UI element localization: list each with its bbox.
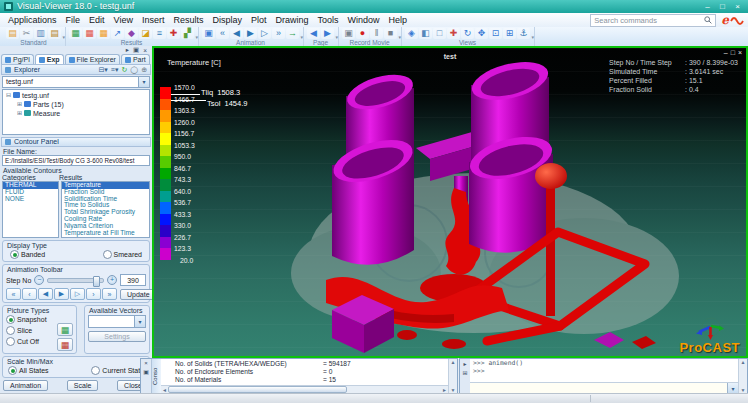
tree-expander-icon[interactable]: ⊟: [6, 91, 11, 100]
close-button[interactable]: ×: [731, 2, 744, 12]
picture-type-radio[interactable]: Cut Off: [6, 337, 47, 346]
step-slider[interactable]: [47, 278, 104, 283]
smooth-contour-icon[interactable]: ▦: [97, 28, 110, 39]
first-step-button[interactable]: «: [6, 288, 21, 300]
slice-tool-button[interactable]: ▦: [57, 323, 73, 336]
play-icon[interactable]: ▶: [244, 28, 257, 39]
zoom-area-icon[interactable]: ⊡: [489, 28, 502, 39]
last-step-button[interactable]: »: [102, 288, 117, 300]
menu-item[interactable]: File: [66, 15, 81, 25]
viewport-restore-icon[interactable]: □: [731, 49, 735, 56]
pin-panel-icon[interactable]: ▸: [126, 46, 129, 54]
sort-columns-icon[interactable]: ≡▾: [111, 66, 119, 74]
animation-button[interactable]: Animation: [3, 380, 48, 391]
picture-type-radio[interactable]: Snapshot: [6, 315, 47, 324]
close-console-icon[interactable]: ×: [144, 360, 148, 366]
chevron-down-icon[interactable]: ▾: [134, 316, 145, 327]
banded-contour-icon[interactable]: ▦: [83, 28, 96, 39]
step-back-icon[interactable]: ◀: [230, 28, 243, 39]
minimize-button[interactable]: –: [701, 2, 714, 12]
tree-node-measure[interactable]: ⊞Measure: [3, 109, 149, 118]
menu-item[interactable]: Tools: [318, 15, 339, 25]
tree-node-parts[interactable]: ⊞Parts (15): [3, 100, 149, 109]
stop-icon[interactable]: ■: [384, 28, 397, 39]
open-icon[interactable]: ▤: [6, 28, 19, 39]
update-button[interactable]: Update: [120, 289, 153, 300]
iso-view-icon[interactable]: ◈: [405, 28, 418, 39]
horizontal-scrollbar[interactable]: ◄ ►: [161, 385, 448, 393]
picture-type-radio[interactable]: Slice: [6, 326, 47, 335]
chevron-down-icon[interactable]: ▾: [138, 77, 149, 87]
compare-icon[interactable]: ◯: [130, 66, 138, 74]
group-overflow-icon[interactable]: ▾: [195, 34, 198, 40]
menu-item[interactable]: Help: [389, 15, 408, 25]
jump-forward-button[interactable]: ›: [86, 288, 101, 300]
tab-exp[interactable]: Exp: [35, 54, 64, 64]
model-file-combobox[interactable]: testg.unf ▾: [2, 76, 150, 88]
record-icon[interactable]: ●: [356, 28, 369, 39]
viewport[interactable]: test – □ × Step No / Time Step: 390 / 8.…: [152, 46, 748, 358]
play-button[interactable]: ▶: [54, 288, 69, 300]
cut-icon[interactable]: ✂: [20, 28, 33, 39]
command-input[interactable]: ▾: [470, 382, 738, 393]
group-overflow-icon[interactable]: ▾: [335, 34, 338, 40]
xy-plot-icon[interactable]: ▞: [181, 28, 194, 39]
menu-item[interactable]: Edit: [89, 15, 105, 25]
viewport-close-icon[interactable]: ×: [738, 49, 742, 56]
close-panel-icon[interactable]: ×: [143, 47, 147, 54]
step-plus-button[interactable]: +: [107, 275, 117, 285]
menu-item[interactable]: Insert: [142, 15, 165, 25]
scale-minmax-radio[interactable]: Current State: [91, 366, 144, 375]
tab-pg-pl[interactable]: Pg/Pl: [1, 54, 34, 64]
probe-icon[interactable]: ✚: [167, 28, 180, 39]
fit-view-icon[interactable]: ⊞: [503, 28, 516, 39]
axis-triad-icon[interactable]: ✚: [447, 28, 460, 39]
refresh-icon[interactable]: ↻: [121, 66, 127, 74]
iso-surface-icon[interactable]: ◆: [125, 28, 138, 39]
camera-icon[interactable]: ▣: [342, 28, 355, 39]
animation-panel-icon[interactable]: ▣: [202, 28, 215, 39]
export-animation-icon[interactable]: →: [286, 28, 299, 39]
next-page-icon[interactable]: ▶: [321, 28, 334, 39]
filter-tree-icon[interactable]: ⊟▾: [98, 66, 107, 74]
cutoff-tool-button[interactable]: ▦: [57, 338, 73, 351]
load-contour-icon[interactable]: ▦: [69, 28, 82, 39]
tab-file-explorer[interactable]: File Explorer: [65, 54, 120, 64]
wireframe-view-icon[interactable]: □: [433, 28, 446, 39]
scroll-up-icon[interactable]: ▲: [741, 359, 746, 365]
first-frame-icon[interactable]: «: [216, 28, 229, 39]
result-item[interactable]: Temperature at Fill Time: [62, 230, 149, 237]
copy-icon[interactable]: ▥: [34, 28, 47, 39]
group-overflow-icon[interactable]: ▾: [300, 34, 303, 40]
step-back-button[interactable]: ◀: [38, 288, 53, 300]
paste-icon[interactable]: ▤: [48, 28, 61, 39]
chevron-down-icon[interactable]: ▾: [727, 383, 738, 393]
step-forward-icon[interactable]: ▷: [258, 28, 271, 39]
vector-plot-icon[interactable]: ↗: [111, 28, 124, 39]
tree-expander-icon[interactable]: ⊞: [17, 109, 22, 118]
rotate-view-icon[interactable]: ↻: [461, 28, 474, 39]
menu-item[interactable]: Results: [173, 15, 203, 25]
tree-expander-icon[interactable]: ⊞: [17, 100, 22, 109]
vertical-scrollbar[interactable]: ▲ ▼: [448, 359, 457, 393]
menu-item[interactable]: Drawing: [275, 15, 308, 25]
menu-item[interactable]: Applications: [8, 15, 57, 25]
viewport-minimize-icon[interactable]: –: [724, 49, 728, 56]
scroll-left-icon[interactable]: ◄: [162, 387, 167, 393]
menu-item[interactable]: View: [114, 15, 133, 25]
scrollbar-thumb[interactable]: [168, 386, 347, 393]
last-frame-icon[interactable]: »: [272, 28, 285, 39]
settings-button[interactable]: Settings: [88, 331, 146, 342]
vertical-scrollbar[interactable]: ▲ ▼: [738, 359, 747, 393]
prev-page-icon[interactable]: ◀: [307, 28, 320, 39]
vectors-combobox[interactable]: ▾: [88, 315, 146, 328]
scale-button[interactable]: Scale: [67, 380, 99, 391]
float-console-icon[interactable]: ▣: [143, 368, 149, 375]
tree-node-root[interactable]: ⊟testg.unf: [3, 91, 149, 100]
shaded-view-icon[interactable]: ◧: [419, 28, 432, 39]
display-type-radio[interactable]: Smeared: [103, 250, 142, 259]
menu-item[interactable]: Window: [348, 15, 380, 25]
anchor-icon[interactable]: ⚓: [517, 28, 530, 39]
expand-all-icon[interactable]: ⊕: [141, 66, 147, 74]
float-panel-icon[interactable]: ▣: [133, 46, 139, 54]
